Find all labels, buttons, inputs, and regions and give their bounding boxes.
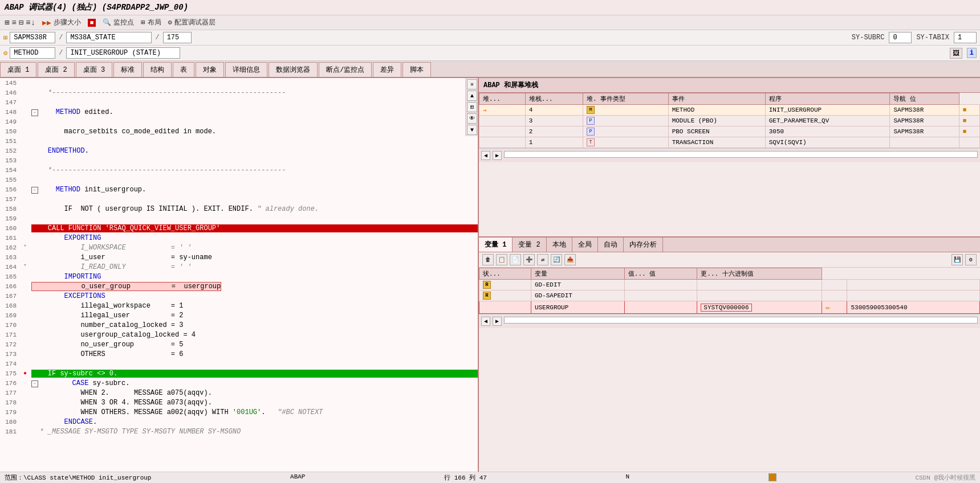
expand-icon[interactable]: - — [31, 109, 38, 116]
include-field[interactable]: MS38A_STATE — [66, 32, 152, 43]
line-number: 181 — [0, 428, 20, 435]
stack-column-header: 堆... — [479, 93, 526, 105]
var-move-btn[interactable]: ⇄ — [537, 254, 548, 265]
tab-4[interactable]: 结构 — [143, 62, 172, 77]
var-column-header: 更... 十六进制值 — [697, 268, 822, 280]
monitor-item[interactable]: 🔍 监控点 — [103, 18, 134, 27]
close-panel-btn[interactable]: ✕ — [467, 79, 477, 89]
line-content: illegal_user = 2 — [30, 312, 478, 320]
tab-6[interactable]: 对象 — [196, 62, 224, 77]
var-empty — [624, 290, 697, 301]
stack-scroll-right[interactable]: ▶ — [493, 151, 502, 160]
var-export-btn[interactable]: 📤 — [564, 254, 576, 265]
toolbar-icons-group[interactable]: ⊞ ≡ ⊟ ≡↓ — [5, 18, 35, 27]
tab-5[interactable]: 表 — [173, 62, 194, 77]
scroll-up-btn[interactable]: ▲ — [467, 91, 477, 101]
line-number: 160 — [0, 225, 20, 232]
sy-tabix-value[interactable]: 1 — [954, 32, 977, 43]
var-tab-4[interactable]: 自动 — [598, 238, 624, 252]
step-size-item[interactable]: ▶▶ 步骤大小 — [42, 18, 81, 27]
stack-scroll-left[interactable]: ◀ — [481, 151, 490, 160]
zoom-btn[interactable]: ⊞ — [467, 102, 477, 112]
tab-11[interactable]: 脚本 — [402, 62, 431, 77]
line-number: 163 — [0, 254, 20, 261]
code-line: 172 no_user_group = 5 — [0, 339, 478, 349]
var-paste-btn[interactable]: 📄 — [510, 254, 521, 265]
line-number: 147 — [0, 99, 20, 106]
line-number: 148 — [0, 109, 20, 116]
nav-icon-3[interactable]: ⊟ — [19, 18, 23, 27]
method-icon-btn[interactable]: 🖼 — [950, 48, 962, 59]
var-delete-btn[interactable]: 🗑 — [482, 254, 494, 265]
tab-0[interactable]: 桌面 1 — [0, 62, 36, 77]
main-content: 145146 *--------------------------------… — [0, 78, 980, 478]
var-edit-icon[interactable]: ✏ — [826, 303, 830, 312]
var-tab-0[interactable]: 变量 1 — [479, 238, 513, 252]
var-settings-btn[interactable]: ⚙ — [965, 254, 977, 265]
line-number: 171 — [0, 331, 20, 338]
var-empty — [624, 280, 697, 290]
line-content: EXCEPTIONS — [30, 292, 478, 300]
tab-8[interactable]: 数据浏览器 — [269, 62, 318, 77]
var-scroll-left[interactable]: ◀ — [481, 317, 490, 326]
program-field[interactable]: SAPMS38R — [10, 32, 55, 43]
line-field[interactable]: 175 — [163, 32, 192, 43]
var-tab-2[interactable]: 本地 — [547, 238, 572, 252]
var-column-header: 变量 — [531, 268, 624, 280]
tab-10[interactable]: 差异 — [373, 62, 401, 77]
stack-num: 2 — [525, 126, 583, 137]
code-scroll[interactable]: 145146 *--------------------------------… — [0, 78, 478, 478]
var-panel: 变量 1变量 2本地全局自动内存分析 🗑 📋 📄 ➕ ⇄ 🔄 📤 💾 ⚙ 状..… — [479, 238, 980, 478]
config-item[interactable]: ⚙ 配置调试器层 — [168, 18, 215, 27]
var-value — [697, 290, 822, 301]
line-content: * _MESSAGE SY-MSGTO TYPE SY-MSGTY NUMBER… — [30, 428, 478, 436]
tab-9[interactable]: 断点/监控点 — [319, 62, 372, 77]
var-tbody: RGD-EDITRGD-SAPEDITUSERGROUPSYSTQV000006… — [479, 280, 980, 314]
var-more — [822, 280, 847, 290]
var-save-btn[interactable]: 💾 — [951, 254, 963, 265]
stack-arrow — [479, 116, 526, 126]
var-row: RGD-EDIT — [479, 280, 980, 290]
layout-item[interactable]: ⊞ 布局 — [141, 18, 161, 27]
stack-table[interactable]: 堆...堆栈...堆. 事件类型事件程序导航 位 ⇒4MMETHODINIT_U… — [479, 93, 980, 236]
var-add-btn[interactable]: ➕ — [523, 254, 535, 265]
line-content: - METHOD init_usergroup. — [30, 186, 478, 194]
var-scroll-right[interactable]: ▶ — [493, 317, 502, 326]
line-number: 179 — [0, 409, 20, 416]
expand-icon[interactable]: - — [31, 187, 38, 194]
var-tab-3[interactable]: 全局 — [572, 238, 598, 252]
sy-subrc-value[interactable]: 0 — [889, 32, 912, 43]
line-number: 153 — [0, 157, 20, 164]
tab-3[interactable]: 标准 — [113, 62, 142, 77]
stop-button[interactable]: ■ — [88, 19, 96, 27]
line-content: usergroup_catalog_locked = 4 — [30, 331, 478, 339]
method-name-field[interactable]: INIT_USERGROUP (STATE) — [66, 47, 180, 59]
view-btn[interactable]: 👁 — [467, 113, 477, 124]
var-table-container[interactable]: 状...变量值... 值更... 十六进制值 RGD-EDITRGD-SAPED… — [479, 268, 980, 478]
code-line: 160 CALL FUNCTION 'RSAQ_QUICK_VIEW_USER_… — [0, 223, 478, 233]
var-refresh-btn[interactable]: 🔄 — [551, 254, 562, 265]
var-tab-1[interactable]: 变量 2 — [513, 238, 546, 252]
info-icon-btn[interactable]: i — [967, 48, 977, 58]
tab-2[interactable]: 桌面 3 — [76, 62, 112, 77]
tab-1[interactable]: 桌面 2 — [38, 62, 74, 77]
var-status — [479, 301, 531, 314]
code-line: 166 o_user_group = usergroup — [0, 281, 478, 291]
expand-icon[interactable]: - — [31, 380, 38, 387]
scroll-down-btn[interactable]: ▼ — [467, 125, 477, 135]
stack-icon: P — [583, 116, 668, 126]
line-number: 178 — [0, 399, 20, 406]
code-line: 164* I_READ_ONLY = ' ' — [0, 262, 478, 272]
nav-icon-4[interactable]: ≡↓ — [26, 18, 35, 27]
var-copy-btn[interactable]: 📋 — [496, 254, 507, 265]
stack-tbody: ⇒4MMETHODINIT_USERGROUPSAPMS38R■3PMODULE… — [479, 105, 980, 148]
code-line: 177 WHEN 2. MESSAGE a075(aqqv). — [0, 388, 478, 398]
stack-icon: T — [583, 137, 668, 148]
nav-icon-1[interactable]: ⊞ — [5, 18, 9, 27]
nav-icon-2[interactable]: ≡ — [11, 18, 16, 27]
method-field[interactable]: METHOD — [10, 47, 55, 59]
var-tab-5[interactable]: 内存分析 — [624, 238, 663, 252]
stack-program — [890, 137, 959, 148]
var-value: SYSTQV000006 — [697, 301, 822, 314]
tab-7[interactable]: 详细信息 — [225, 62, 267, 77]
